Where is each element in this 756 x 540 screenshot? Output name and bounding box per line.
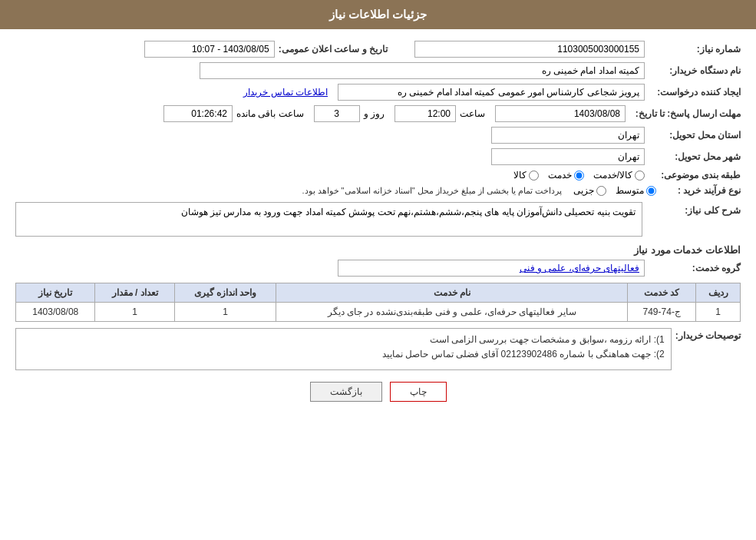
bazgasht-button[interactable]: بازگشت [310, 382, 382, 402]
shomare-niaz-field: 1103005003000155 [414, 41, 645, 58]
tosiyeh-line-2: 2): جهت هماهنگی با شماره 02123902486 آقا… [22, 347, 665, 362]
shahr-value: تهران [618, 151, 639, 162]
radio-jozii: جزیی [573, 185, 606, 196]
ijad-konande-field: پرویز شجاعی کارشناس امور عمومی کمیته امد… [338, 84, 645, 101]
tosiyeh-box: 1): ارائه رزومه ،سوابق و مشخصات جهت بررس… [15, 328, 672, 370]
button-row: چاپ بازگشت [15, 382, 741, 402]
mohlet-saat-mande-label: ساعت باقی مانده [236, 108, 304, 119]
mohlet-roz-value: 3 [334, 108, 339, 119]
nooe-farayand-label: نوع فرآیند خرید : [660, 185, 741, 196]
tarikh-elam-label: تاریخ و ساعت اعلان عمومی: [279, 44, 388, 55]
gorohe-khadamat-value[interactable]: فعالیتهای حرفه‌ای، علمی و فنی [520, 263, 639, 273]
mohlet-date-field: 1403/08/08 [495, 105, 626, 122]
row-ijad-konande: ایجاد کننده درخواست: پرویز شجاعی کارشناس… [15, 84, 741, 101]
page-title: جزئیات اطلاعات نیاز [329, 8, 427, 21]
mohlet-saat-label: ساعت [460, 108, 485, 119]
mohlet-label: مهلت ارسال پاسخ: تا تاریخ: [629, 108, 741, 119]
gorohe-khadamat-field: فعالیتهای حرفه‌ای، علمی و فنی [338, 260, 645, 277]
row-shahr: شهر محل تحویل: تهران [15, 148, 741, 165]
nam-dastgah-label: نام دستگاه خریدار: [649, 65, 741, 76]
mohlet-roz-field: 3 [314, 105, 360, 122]
content-area: شماره نیاز: 1103005003000155 تاریخ و ساع… [0, 37, 756, 409]
tabaqe-label: طبقه بندی موضوعی: [649, 170, 741, 181]
sharh-field: تقویت بنیه تحصیلی دانش‌آموزان پایه های پ… [15, 202, 642, 237]
cell-tedad: 1 [95, 303, 174, 322]
ijad-konande-value: پرویز شجاعی کارشناس امور عمومی کمیته امد… [398, 87, 639, 98]
radio-motavasset-input[interactable] [646, 186, 656, 196]
cell-vahed: 1 [174, 303, 276, 322]
nam-dastgah-field: کمیته امداد امام خمینی ره [200, 62, 645, 79]
mohlet-date-value: 1403/08/08 [574, 108, 620, 119]
radio-khadamat: خدمت [548, 170, 584, 181]
page-header: جزئیات اطلاعات نیاز [0, 0, 756, 29]
table-row: 1 ج-74-749 سایر فعالیتهای حرفه‌ای، علمی … [16, 303, 741, 322]
tosiyeh-label: توصیحات خریدار: [675, 328, 741, 341]
radio-jozii-input[interactable] [596, 186, 606, 196]
sharh-label: شرح کلی نیاز: [649, 202, 741, 216]
radio-kala-khadamat: کالا/خدمت [593, 170, 645, 181]
row-nooe-farayand: نوع فرآیند خرید : متوسط جزیی پرداخت تمام… [15, 185, 741, 196]
tabaqe-radio-group: کالا/خدمت خدمت کالا [513, 170, 645, 181]
col-kod: کد خدمت [628, 283, 696, 303]
col-tarikh: تاریخ نیاز [16, 283, 95, 303]
ettelaat-khadamat-title: اطلاعات خدمات مورد نیاز [15, 244, 741, 256]
row-shomare-tarikh: شماره نیاز: 1103005003000155 تاریخ و ساع… [15, 41, 741, 58]
mohlet-saat-value: 12:00 [428, 108, 451, 119]
shomare-niaz-value: 1103005003000155 [557, 44, 639, 55]
row-tabaqe: طبقه بندی موضوعی: کالا/خدمت خدمت کالا [15, 170, 741, 181]
sharh-value: تقویت بنیه تحصیلی دانش‌آموزان پایه های پ… [181, 207, 636, 217]
jozii-label: جزیی [573, 185, 594, 196]
tosiyeh-line-1: 1): ارائه رزومه ،سوابق و مشخصات جهت بررس… [22, 333, 665, 347]
nooe-radio-group: متوسط جزیی [573, 185, 656, 196]
gorohe-khadamat-label: گروه خدمت: [649, 263, 741, 273]
col-tedad: تعداد / مقدار [95, 283, 174, 303]
shomare-niaz-label: شماره نیاز: [649, 44, 741, 55]
shahr-label: شهر محل تحویل: [649, 151, 741, 162]
radio-kala: کالا [513, 170, 539, 181]
col-radif: ردیف [696, 283, 741, 303]
ostan-label: استان محل تحویل: [649, 130, 741, 141]
mohlet-roz-label: روز و [364, 108, 385, 119]
radio-khadamat-input[interactable] [574, 171, 584, 181]
tosiyeh-section: توصیحات خریدار: 1): ارائه رزومه ،سوابق و… [15, 328, 741, 370]
row-mohlet: مهلت ارسال پاسخ: تا تاریخ: 1403/08/08 سا… [15, 105, 741, 122]
kala-label: کالا [513, 170, 527, 181]
nam-dastgah-value: کمیته امداد امام خمینی ره [542, 65, 639, 76]
kala-khadamat-label: کالا/خدمت [593, 170, 632, 181]
tarikh-elam-field: 1403/08/05 - 10:07 [144, 41, 275, 58]
tarikh-elam-value: 1403/08/05 - 10:07 [192, 44, 269, 55]
motavasset-label: متوسط [616, 185, 644, 196]
payment-note: پرداخت تمام یا بخشی از مبلغ خریداز محل "… [302, 186, 562, 196]
cell-tarikh: 1403/08/08 [16, 303, 95, 322]
cell-radif: 1 [696, 303, 741, 322]
mohlet-saat-mande-field: 01:26:42 [163, 105, 233, 122]
ettelaat-link[interactable]: اطلاعات تماس خریدار [243, 87, 328, 98]
row-gorohe-khadamat: گروه خدمت: فعالیتهای حرفه‌ای، علمی و فنی [15, 260, 741, 277]
khadamat-table: ردیف کد خدمت نام خدمت واحد اندازه گیری ت… [15, 283, 741, 322]
ostan-value: تهران [618, 130, 639, 141]
col-nam: نام خدمت [276, 283, 628, 303]
khadamat-label: خدمت [548, 170, 572, 181]
cell-kod: ج-74-749 [628, 303, 696, 322]
radio-kala-khadamat-input[interactable] [635, 171, 645, 181]
ostan-field: تهران [491, 127, 645, 144]
cell-nam: سایر فعالیتهای حرفه‌ای، علمی و فنی طبقه‌… [276, 303, 628, 322]
sharh-section: شرح کلی نیاز: تقویت بنیه تحصیلی دانش‌آمو… [15, 202, 741, 237]
chap-button[interactable]: چاپ [390, 382, 447, 402]
radio-kala-input[interactable] [529, 171, 539, 181]
page-wrapper: جزئیات اطلاعات نیاز شماره نیاز: 11030050… [0, 0, 756, 540]
col-vahed: واحد اندازه گیری [174, 283, 276, 303]
radio-motavasset: متوسط [616, 185, 656, 196]
mohlet-saat-field: 12:00 [395, 105, 456, 122]
mohlet-saat-mande-value: 01:26:42 [191, 108, 227, 119]
row-ostan: استان محل تحویل: تهران [15, 127, 741, 144]
row-nam-dastgah: نام دستگاه خریدار: کمیته امداد امام خمین… [15, 62, 741, 79]
ijad-konande-label: ایجاد کننده درخواست: [649, 87, 741, 98]
shahr-field: تهران [491, 148, 645, 165]
